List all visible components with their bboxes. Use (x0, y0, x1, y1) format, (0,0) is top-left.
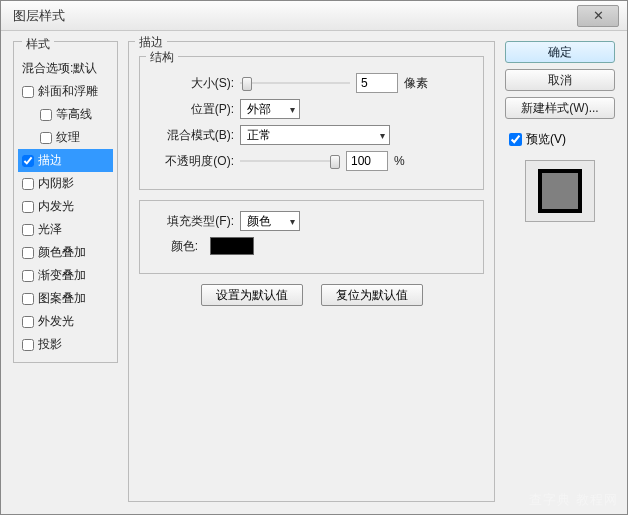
style-inner-shadow-check[interactable] (22, 178, 34, 190)
window-title: 图层样式 (9, 7, 577, 25)
size-input[interactable] (356, 73, 398, 93)
style-pattern-overlay[interactable]: 图案叠加 (18, 287, 113, 310)
style-outer-glow-check[interactable] (22, 316, 34, 328)
position-label: 位置(P): (150, 101, 240, 118)
position-row: 位置(P): 外部 (150, 99, 473, 119)
preview-label: 预览(V) (526, 131, 566, 148)
set-default-button[interactable]: 设置为默认值 (201, 284, 303, 306)
fill-type-label: 填充类型(F): (150, 213, 240, 230)
style-texture-check[interactable] (40, 132, 52, 144)
stroke-group: 描边 结构 大小(S): 像素 位置(P): 外部 混合模式(B): (128, 41, 495, 502)
opacity-input[interactable] (346, 151, 388, 171)
close-button[interactable]: ✕ (577, 5, 619, 27)
size-slider[interactable] (240, 75, 350, 91)
style-contour[interactable]: 等高线 (18, 103, 113, 126)
opacity-row: 不透明度(O): % (150, 151, 473, 171)
titlebar: 图层样式 ✕ (1, 1, 627, 31)
style-inner-glow-check[interactable] (22, 201, 34, 213)
style-drop-shadow-check[interactable] (22, 339, 34, 351)
reset-default-button[interactable]: 复位为默认值 (321, 284, 423, 306)
size-unit: 像素 (404, 75, 428, 92)
color-label: 颜色: (150, 238, 204, 255)
fill-type-row: 填充类型(F): 颜色 (150, 211, 473, 231)
dialog-body: 样式 混合选项:默认 斜面和浮雕 等高线 纹理 描边 内阴影 内发光 光泽 颜色… (1, 31, 627, 514)
structure-group: 结构 大小(S): 像素 位置(P): 外部 混合模式(B): 正常 (139, 56, 484, 190)
preview-swatch (538, 169, 582, 213)
style-contour-check[interactable] (40, 109, 52, 121)
style-inner-shadow[interactable]: 内阴影 (18, 172, 113, 195)
style-satin-check[interactable] (22, 224, 34, 236)
layer-style-dialog: 图层样式 ✕ 样式 混合选项:默认 斜面和浮雕 等高线 纹理 描边 内阴影 内发… (0, 0, 628, 515)
style-satin[interactable]: 光泽 (18, 218, 113, 241)
action-panel: 确定 取消 新建样式(W)... 预览(V) (505, 41, 615, 502)
opacity-thumb[interactable] (330, 155, 340, 169)
size-thumb[interactable] (242, 77, 252, 91)
structure-title: 结构 (146, 49, 178, 66)
position-dropdown[interactable]: 外部 (240, 99, 300, 119)
blend-label: 混合模式(B): (150, 127, 240, 144)
opacity-unit: % (394, 154, 405, 168)
styles-list: 混合选项:默认 斜面和浮雕 等高线 纹理 描边 内阴影 内发光 光泽 颜色叠加 … (18, 57, 113, 356)
style-gradient-overlay[interactable]: 渐变叠加 (18, 264, 113, 287)
preview-box (525, 160, 595, 222)
color-swatch[interactable] (210, 237, 254, 255)
style-inner-glow[interactable]: 内发光 (18, 195, 113, 218)
fill-type-dropdown[interactable]: 颜色 (240, 211, 300, 231)
style-color-overlay[interactable]: 颜色叠加 (18, 241, 113, 264)
style-bevel-check[interactable] (22, 86, 34, 98)
opacity-label: 不透明度(O): (150, 153, 240, 170)
style-stroke-check[interactable] (22, 155, 34, 167)
styles-panel: 样式 混合选项:默认 斜面和浮雕 等高线 纹理 描边 内阴影 内发光 光泽 颜色… (13, 41, 118, 502)
style-pattern-overlay-check[interactable] (22, 293, 34, 305)
ok-button[interactable]: 确定 (505, 41, 615, 63)
blending-options[interactable]: 混合选项:默认 (18, 57, 113, 80)
preview-checkbox[interactable] (509, 133, 522, 146)
style-stroke[interactable]: 描边 (18, 149, 113, 172)
style-drop-shadow[interactable]: 投影 (18, 333, 113, 356)
size-row: 大小(S): 像素 (150, 73, 473, 93)
styles-header: 样式 (22, 37, 54, 51)
new-style-button[interactable]: 新建样式(W)... (505, 97, 615, 119)
fill-group: 填充类型(F): 颜色 颜色: (139, 200, 484, 274)
preview-toggle[interactable]: 预览(V) (505, 131, 615, 148)
styles-fieldset: 样式 混合选项:默认 斜面和浮雕 等高线 纹理 描边 内阴影 内发光 光泽 颜色… (13, 41, 118, 363)
style-color-overlay-check[interactable] (22, 247, 34, 259)
style-bevel[interactable]: 斜面和浮雕 (18, 80, 113, 103)
color-row: 颜色: (150, 237, 473, 255)
size-label: 大小(S): (150, 75, 240, 92)
style-texture[interactable]: 纹理 (18, 126, 113, 149)
opacity-slider[interactable] (240, 153, 340, 169)
cancel-button[interactable]: 取消 (505, 69, 615, 91)
settings-panel: 描边 结构 大小(S): 像素 位置(P): 外部 混合模式(B): (118, 41, 505, 502)
blend-dropdown[interactable]: 正常 (240, 125, 390, 145)
style-outer-glow[interactable]: 外发光 (18, 310, 113, 333)
style-gradient-overlay-check[interactable] (22, 270, 34, 282)
blend-row: 混合模式(B): 正常 (150, 125, 473, 145)
default-buttons: 设置为默认值 复位为默认值 (139, 284, 484, 306)
